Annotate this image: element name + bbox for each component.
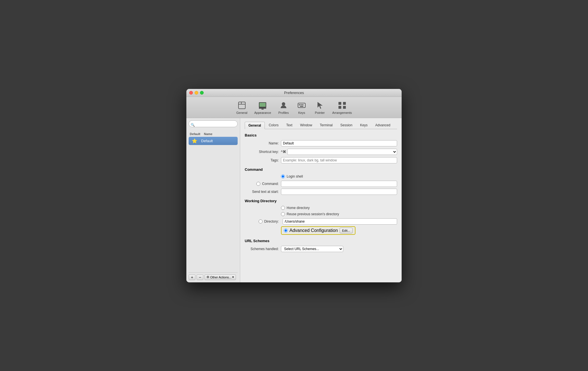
svg-rect-11 [302, 104, 303, 105]
basics-section: Basics Name: Shortcut key: ^⌘ Tags: [245, 133, 397, 163]
tab-advanced[interactable]: Advanced [372, 121, 394, 129]
pointer-icon [315, 100, 325, 110]
directory-radio-input[interactable] [259, 219, 263, 223]
tags-input[interactable] [281, 157, 397, 163]
profile-list: ⭐ Default [189, 137, 238, 270]
working-directory-section: Working Directory Home directory Reuse p… [245, 199, 397, 235]
keys-icon [297, 100, 307, 110]
pointer-label: Pointer [315, 111, 325, 114]
shortcut-label: Shortcut key: [245, 150, 279, 154]
command-label: Command: [262, 182, 279, 186]
general-label: General [236, 111, 247, 114]
tab-general[interactable]: General [245, 122, 265, 129]
home-dir-radio-input[interactable] [281, 206, 285, 210]
header-name: Name [204, 132, 237, 136]
basics-title: Basics [245, 133, 397, 137]
svg-rect-8 [298, 103, 305, 108]
search-icon: 🔍 [191, 123, 195, 127]
tab-keys[interactable]: Keys [356, 121, 371, 129]
remove-profile-button[interactable]: − [197, 274, 203, 280]
profile-item-default[interactable]: ⭐ Default [189, 137, 238, 145]
command-radio-input[interactable] [256, 182, 260, 186]
name-label: Name: [245, 141, 279, 145]
search-wrapper: 🔍 [189, 120, 238, 129]
gear-icon: ⚙ [206, 275, 209, 279]
schemes-select[interactable]: Select URL Schemes... [281, 246, 343, 252]
appearance-label: Appearance [254, 111, 271, 114]
home-dir-label: Home directory [287, 206, 310, 210]
svg-rect-12 [300, 106, 303, 107]
login-shell-radio[interactable]: Login shell [281, 174, 303, 178]
tab-window[interactable]: Window [296, 121, 316, 129]
tags-row: Tags: [245, 157, 397, 163]
toolbar-item-pointer[interactable]: Pointer [311, 99, 328, 116]
login-shell-label: Login shell [287, 174, 303, 178]
profiles-label: Profiles [278, 111, 289, 114]
content-area: 🔍 Default Name ⭐ Default + − ⚙ Other Act… [186, 118, 402, 282]
schemes-row: Schemes handled: Select URL Schemes... [245, 246, 397, 252]
schemes-label: Schemes handled: [245, 247, 279, 251]
command-input[interactable] [281, 181, 397, 187]
send-text-row: Send text at start: [245, 189, 397, 195]
maximize-button[interactable] [200, 91, 204, 95]
svg-rect-9 [299, 104, 300, 105]
svg-rect-0 [238, 102, 245, 109]
toolbar-item-profiles[interactable]: Profiles [275, 99, 292, 116]
profiles-icon [278, 100, 289, 110]
directory-row: Directory: [245, 218, 397, 225]
toolbar: General Appearance Profiles [186, 97, 402, 118]
tab-terminal[interactable]: Terminal [316, 121, 336, 129]
svg-rect-4 [259, 103, 266, 107]
toolbar-item-general[interactable]: General [233, 99, 250, 116]
toolbar-item-keys[interactable]: Keys [293, 99, 310, 116]
home-dir-radio[interactable]: Home directory [281, 206, 310, 210]
advanced-config-label: Advanced Configuration [289, 228, 338, 233]
titlebar: Preferences [186, 89, 402, 97]
tab-colors[interactable]: Colors [265, 121, 282, 129]
advanced-config-radio-input[interactable] [284, 229, 288, 233]
reuse-session-radio-input[interactable] [281, 212, 285, 216]
general-icon [237, 100, 247, 110]
traffic-lights [189, 91, 204, 95]
close-button[interactable] [189, 91, 193, 95]
reuse-session-row: Reuse previous session's directory [245, 212, 397, 216]
url-schemes-section: URL Schemes Schemes handled: Select URL … [245, 239, 397, 252]
svg-rect-16 [343, 106, 346, 109]
dir-indent: Directory: [245, 219, 279, 223]
svg-point-7 [282, 102, 285, 106]
home-dir-row: Home directory [245, 206, 397, 210]
tab-session[interactable]: Session [336, 121, 356, 129]
directory-input[interactable] [283, 218, 397, 225]
toolbar-item-appearance[interactable]: Appearance [252, 99, 274, 116]
advanced-config-row: Advanced Configuration Edit... [245, 226, 397, 235]
minimize-button[interactable] [195, 91, 198, 95]
login-shell-row: Login shell [245, 174, 397, 178]
command-row: Command: [245, 181, 397, 187]
reuse-session-radio[interactable]: Reuse previous session's directory [281, 212, 339, 216]
appearance-icon [257, 100, 268, 110]
tab-text[interactable]: Text [282, 121, 296, 129]
toolbar-item-arrangements[interactable]: Arrangements [329, 99, 355, 116]
login-shell-radio-input[interactable] [281, 174, 285, 178]
search-input[interactable] [189, 120, 238, 127]
svg-rect-15 [338, 106, 341, 109]
send-text-label: Send text at start: [245, 190, 279, 194]
list-header: Default Name [189, 132, 238, 136]
command-title: Command [245, 167, 397, 172]
default-star-icon: ⭐ [190, 138, 199, 144]
command-section: Command Login shell Command: [245, 167, 397, 195]
working-dir-title: Working Directory [245, 199, 397, 203]
window-title: Preferences [284, 91, 304, 95]
edit-button[interactable]: Edit... [340, 228, 353, 233]
name-input[interactable] [281, 140, 397, 146]
name-row: Name: [245, 140, 397, 146]
svg-rect-14 [343, 102, 346, 105]
sidebar: 🔍 Default Name ⭐ Default + − ⚙ Other Act… [186, 118, 240, 282]
directory-label: Directory: [264, 219, 279, 223]
send-text-input[interactable] [281, 189, 397, 195]
shortcut-select[interactable] [287, 149, 397, 155]
arrangements-icon [337, 100, 347, 110]
add-profile-button[interactable]: + [189, 274, 195, 280]
url-schemes-title: URL Schemes [245, 239, 397, 243]
other-actions-button[interactable]: ⚙ Other Actions... ▾ [204, 274, 236, 280]
